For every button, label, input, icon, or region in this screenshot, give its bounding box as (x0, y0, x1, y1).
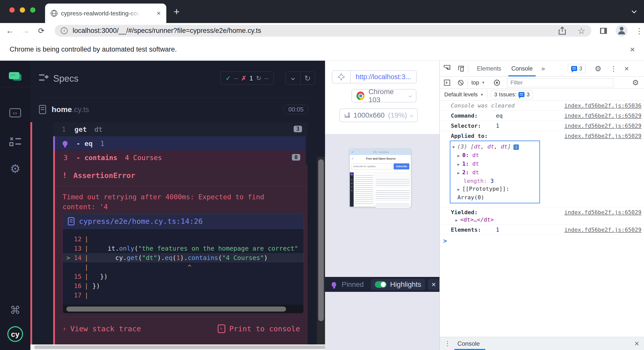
rerun-button[interactable]: ↻ (300, 72, 315, 84)
chrome-menu-icon[interactable]: ⋮ (635, 27, 643, 35)
runs-nav-icon[interactable] (0, 136, 30, 146)
console-prompt[interactable]: > (440, 235, 644, 245)
browser-select[interactable]: Chrome 103 (351, 89, 416, 102)
bookmark-star-icon[interactable]: ☆ (578, 26, 585, 36)
side-panel-icon[interactable] (599, 26, 608, 35)
settings-gear-icon[interactable]: ⚙ (0, 162, 30, 176)
source-link[interactable]: index.fd56be2f.js:65029 (564, 227, 641, 233)
code-frame: cypress/e2e/home.cy.ts:14:26 12| 13| it.… (63, 214, 304, 314)
highlights-toggle[interactable] (375, 281, 387, 288)
infobar-close-icon[interactable]: × (630, 45, 635, 54)
devtools-menu-icon[interactable]: ⋮ (610, 64, 617, 73)
live-expression-eye-icon[interactable] (493, 79, 500, 86)
context-selector[interactable]: top (471, 79, 479, 86)
source-link[interactable]: index.fd56be2f.js:65029 (564, 123, 641, 129)
source-link[interactable]: index.fd56be2f.js:65036 (564, 102, 641, 109)
drawer-tab-console[interactable]: Console (457, 340, 480, 347)
collapse-all-button[interactable] (286, 72, 300, 84)
source-link[interactable]: index.fd56be2f.js:65029 (564, 133, 641, 139)
command-row-contains[interactable]: 3 - contains 4 Courses 0 (53, 150, 306, 165)
code-file-link[interactable]: cypress/e2e/home.cy.ts:14:26 (79, 217, 203, 226)
drawer-menu-icon[interactable]: ⋮ (444, 340, 451, 347)
browser-tab[interactable]: cypress-realworld-testing-cou × (45, 4, 166, 23)
command-count-badge: 0 (292, 154, 300, 161)
view-stack-trace-button[interactable]: › View stack trace (63, 324, 141, 333)
browsers-icon[interactable]: ••• (0, 72, 30, 81)
array-item[interactable]: ▶0: dt (452, 151, 537, 160)
reload-button[interactable]: ⟳ (33, 26, 49, 35)
devtools-close-icon[interactable]: × (624, 64, 629, 73)
console-sidebar-icon[interactable] (444, 79, 450, 86)
aut-url[interactable]: http://localhost:3... (356, 73, 411, 81)
tab-close-icon[interactable]: × (157, 9, 161, 17)
share-icon[interactable] (558, 27, 566, 35)
tab-search-chevron-icon[interactable] (632, 8, 637, 13)
tab-elements[interactable]: Elements (472, 61, 506, 76)
array-preview[interactable]: ▼(3) [dt, dt, dt]i (452, 143, 537, 151)
tab-console[interactable]: Console (506, 61, 538, 76)
console-messages-badge[interactable]: 3 (568, 64, 586, 73)
console-filter-input[interactable] (507, 78, 613, 87)
command-name: get (74, 125, 87, 133)
specs-list-icon[interactable] (39, 73, 49, 82)
array-item[interactable]: ▶1: dt (452, 160, 537, 168)
keyboard-shortcuts-icon[interactable]: ⌘ (0, 304, 30, 316)
cypress-logo[interactable]: cy (0, 326, 30, 342)
highlights-toggle-group[interactable]: Highlights (371, 279, 425, 290)
log-value: 1 (496, 227, 499, 233)
omnibox[interactable]: i localhost:3000/__/#/specs/runner?file=… (55, 25, 591, 37)
command-row-eq[interactable]: - eq 1 (53, 136, 306, 150)
new-tab-button[interactable]: + (174, 6, 179, 17)
viewport-select[interactable]: 1000x660 (19%) (339, 108, 418, 122)
source-link[interactable]: index.fd56be2f.js:65029 (564, 209, 641, 215)
traffic-light-minimize[interactable] (20, 7, 25, 13)
clear-console-icon[interactable] (457, 79, 464, 86)
source-link[interactable]: index.fd56be2f.js:65029 (564, 113, 641, 119)
viewport-zoom: (19%) (388, 111, 407, 119)
avatar[interactable] (616, 25, 628, 37)
console-row-cleared: Console was cleared index.fd56be2f.js:65… (440, 101, 644, 111)
traffic-light-close[interactable] (9, 7, 15, 13)
site-info-icon[interactable]: i (61, 27, 68, 34)
expand-arrow-icon[interactable]: ▶ (457, 171, 460, 175)
unpin-button[interactable]: × (428, 279, 439, 290)
yielded-element[interactable]: ▶<dt>…</dt> (451, 216, 641, 223)
device-toolbar-icon[interactable] (457, 65, 465, 72)
failed-icon: ✗ (241, 75, 247, 82)
expand-arrow-icon[interactable]: ▶ (457, 162, 460, 167)
array-prototype[interactable]: ▶[[Prototype]]: Array(0) (452, 185, 537, 201)
log-label: Yielded: (451, 209, 496, 215)
error-title[interactable]: AssertionError (73, 171, 135, 180)
expand-arrow-icon[interactable]: ▶ (457, 187, 460, 192)
print-to-console-button[interactable]: Print to console (218, 324, 300, 333)
specs-nav-icon[interactable]: ‹› (0, 108, 30, 117)
array-item[interactable]: ▶2: dt (452, 168, 537, 177)
more-tabs-icon[interactable]: » (541, 65, 545, 73)
expand-arrow-icon[interactable]: ▶ (457, 154, 460, 158)
traffic-light-zoom[interactable] (30, 7, 35, 13)
chevron-right-icon: › (63, 325, 66, 332)
url-text[interactable]: localhost:3000/__/#/specs/runner?file=cy… (73, 27, 558, 35)
console-settings-icon[interactable]: ⚙ (632, 78, 639, 87)
back-button[interactable]: ← (2, 26, 18, 35)
code-scrollbar[interactable] (63, 305, 304, 313)
chevron-down-icon (408, 94, 412, 98)
thumb-app-list (354, 172, 374, 207)
log-levels-selector[interactable]: Default levels (444, 91, 478, 98)
command-number: 1 (53, 125, 66, 133)
thumb-subscribe-row: Subscribe for Updates Subscribe (350, 162, 411, 171)
failed-spec-bar (30, 122, 32, 344)
command-row-get[interactable]: 1 get dt 3 (53, 122, 308, 136)
chrome-icon (356, 92, 365, 100)
expand-arrow-icon[interactable]: ▶ (455, 218, 458, 223)
selector-playground-button[interactable] (332, 71, 351, 83)
issues-button[interactable]: 3 Issues: 3 (491, 90, 533, 99)
forward-button[interactable]: → (18, 26, 33, 35)
devtools-settings-icon[interactable]: ⚙ (595, 64, 601, 73)
expand-arrow-icon[interactable]: ▼ (452, 145, 455, 149)
reporter-scrollbar[interactable] (317, 157, 325, 344)
drawer-close-icon[interactable]: × (634, 339, 639, 348)
inspect-element-icon[interactable] (444, 65, 451, 72)
spec-file-row[interactable]: home .cy.ts 00:05 (39, 102, 308, 117)
code-line: 15| }) (63, 272, 304, 281)
